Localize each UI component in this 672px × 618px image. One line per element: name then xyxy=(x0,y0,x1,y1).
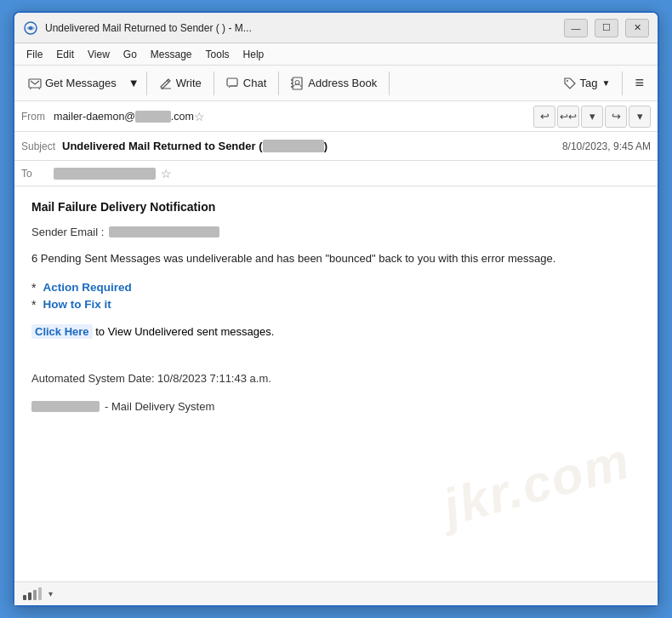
title-bar: Undelivered Mail Returned to Sender ( ) … xyxy=(14,13,658,43)
menu-message[interactable]: Message xyxy=(145,47,197,62)
nav-down-button[interactable]: ▾ xyxy=(581,106,603,128)
dropdown-arrow-icon: ▼ xyxy=(128,77,140,89)
svg-rect-2 xyxy=(29,79,41,88)
signal-icon xyxy=(23,587,42,600)
from-address: mailer-daemon@ .com xyxy=(54,111,194,123)
email-window: Undelivered Mail Returned to Sender ( ) … xyxy=(13,11,659,607)
svg-rect-5 xyxy=(293,77,302,89)
hamburger-menu-button[interactable]: ≡ xyxy=(628,71,651,95)
action-required-item: * Action Required xyxy=(31,281,641,295)
signal-bar-4 xyxy=(38,587,42,600)
auto-date: Automated System Date: 10/8/2023 7:11:43… xyxy=(31,372,641,385)
minimize-button[interactable]: — xyxy=(564,19,588,37)
tag-dropdown-arrow: ▼ xyxy=(602,78,611,88)
signature-line: - Mail Delivery System xyxy=(31,400,641,413)
separator-4 xyxy=(389,72,390,95)
pending-text: 6 Pending Sent Messages was undeliverabl… xyxy=(31,250,641,267)
toolbar: Get Messages ▼ Write Chat xyxy=(14,66,658,101)
get-messages-icon xyxy=(28,77,42,90)
from-nav-row: From mailer-daemon@ .com ☆ ↩ ↩↩ ▾ ↪ ▾ xyxy=(14,101,658,132)
svg-point-10 xyxy=(567,80,568,82)
signal-dropdown[interactable]: ▾ xyxy=(48,589,53,598)
separator-1 xyxy=(146,72,147,95)
action-required-link[interactable]: Action Required xyxy=(43,281,131,294)
watermark: jkr.com xyxy=(437,431,636,537)
star-icon[interactable]: ☆ xyxy=(194,110,205,123)
close-button[interactable]: ✕ xyxy=(625,19,649,37)
email-title: Mail Failure Delivery Notification xyxy=(31,200,641,214)
svg-point-1 xyxy=(29,26,32,30)
how-to-fix-item: * How to Fix it xyxy=(31,298,641,312)
maximize-button[interactable]: ☐ xyxy=(595,19,618,37)
to-bar: To ☆ xyxy=(14,161,658,186)
signal-bar-1 xyxy=(23,595,26,600)
sender-line: Sender Email : xyxy=(31,226,641,238)
email-body: jkr.com Mail Failure Delivery Notificati… xyxy=(14,186,658,581)
click-here-text: to View Undelivered sent messages. xyxy=(93,325,275,338)
to-label: To xyxy=(21,168,54,180)
separator-2 xyxy=(214,72,214,95)
status-bar: ▾ xyxy=(14,581,658,605)
from-domain-blurred xyxy=(135,111,171,123)
tag-button[interactable]: Tag ▼ xyxy=(556,73,618,94)
app-icon xyxy=(23,20,38,36)
separator-3 xyxy=(278,72,279,95)
write-icon xyxy=(159,77,173,90)
from-fields: From mailer-daemon@ .com ☆ xyxy=(14,101,555,131)
address-book-icon xyxy=(291,77,305,90)
menu-go[interactable]: Go xyxy=(118,47,142,62)
nav-down2-button[interactable]: ▾ xyxy=(629,106,651,128)
subject-label: Subject xyxy=(21,140,62,152)
subject-blurred xyxy=(263,140,324,152)
how-to-fix-link[interactable]: How to Fix it xyxy=(43,298,111,311)
menu-edit[interactable]: Edit xyxy=(51,47,79,62)
get-messages-button[interactable]: Get Messages xyxy=(21,73,123,94)
action-list: * Action Required * How to Fix it xyxy=(31,281,641,312)
to-address-blurred xyxy=(54,168,156,180)
bullet-2: * xyxy=(31,298,36,312)
to-star-icon[interactable]: ☆ xyxy=(161,167,172,180)
get-messages-dropdown[interactable]: ▼ xyxy=(127,73,141,93)
svg-rect-4 xyxy=(227,78,237,86)
write-button[interactable]: Write xyxy=(152,73,208,94)
signature-name-blurred xyxy=(31,401,100,412)
menu-tools[interactable]: Tools xyxy=(201,47,235,62)
chat-icon xyxy=(226,77,240,90)
click-here-section: Click Here to View Undelivered sent mess… xyxy=(31,325,641,338)
signal-bar-3 xyxy=(33,590,37,600)
window-title: Undelivered Mail Returned to Sender ( ) … xyxy=(45,22,564,34)
menu-view[interactable]: View xyxy=(83,47,115,62)
click-here-link[interactable]: Click Here xyxy=(31,324,93,339)
menu-bar: File Edit View Go Message Tools Help xyxy=(14,43,658,66)
separator-5 xyxy=(622,72,623,95)
bullet-1: * xyxy=(31,281,36,295)
signal-bar-2 xyxy=(28,592,31,600)
menu-help[interactable]: Help xyxy=(238,47,270,62)
subject-date: 8/10/2023, 9:45 AM xyxy=(562,140,651,152)
chat-button[interactable]: Chat xyxy=(219,73,273,94)
subject-bar: Subject Undelivered Mail Returned to Sen… xyxy=(14,132,658,161)
window-controls: — ☐ ✕ xyxy=(564,19,649,37)
reply-all-button[interactable]: ↩↩ xyxy=(557,106,579,128)
from-label: From xyxy=(21,111,54,123)
tag-icon xyxy=(563,77,577,90)
address-book-button[interactable]: Address Book xyxy=(284,73,384,94)
sender-email-blurred xyxy=(109,226,219,237)
menu-file[interactable]: File xyxy=(21,47,48,62)
subject-text: Undelivered Mail Returned to Sender ( ) xyxy=(62,140,555,152)
toolbar-right: Tag ▼ ≡ xyxy=(556,71,651,95)
forward-button[interactable]: ↪ xyxy=(605,106,627,128)
